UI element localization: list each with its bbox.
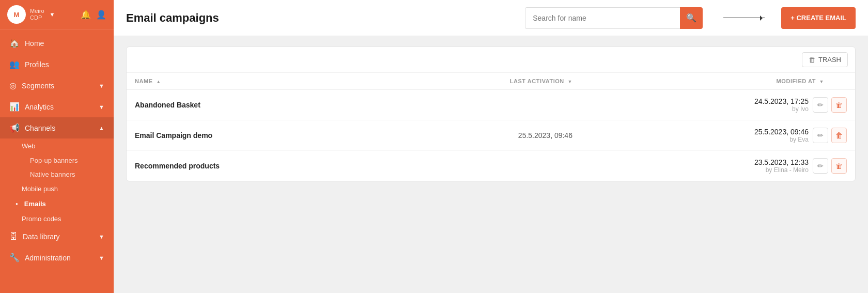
chevron-down-icon: ▼: [99, 255, 104, 261]
home-icon: 🏠: [9, 38, 20, 48]
delete-button[interactable]: 🗑: [831, 97, 847, 113]
sidebar-brand: Meiro CDP: [30, 8, 44, 21]
sidebar-item-administration[interactable]: 🔧 Administration ▼: [0, 247, 114, 268]
col-header-last-activation[interactable]: LAST ACTIVATION ▼: [381, 73, 581, 90]
create-email-button[interactable]: + CREATE EMAIL: [781, 7, 856, 29]
analytics-icon: 📊: [9, 102, 20, 112]
row-modified: 23.5.2023, 12:33 by Elina - Meiro ✏ 🗑: [581, 151, 855, 181]
sidebar-item-label: Home: [25, 39, 44, 48]
sidebar-sub-item-label: Promo codes: [22, 215, 61, 223]
col-header-name[interactable]: NAME ▲: [127, 73, 381, 90]
row-actions: ✏ 🗑: [813, 97, 847, 113]
sidebar-header-icons: 🔔 👤: [81, 10, 106, 20]
table-row: Email Campaign demo 25.5.2023, 09:46 25.…: [127, 120, 855, 151]
sidebar-logo: M: [7, 5, 26, 24]
col-header-modified-at[interactable]: MODIFIED AT ▼: [581, 73, 855, 90]
trash-icon: 🗑: [809, 56, 815, 64]
row-name: Recommended products: [127, 151, 381, 181]
modified-date: 25.5.2023, 09:46: [754, 128, 809, 136]
sidebar-item-label: Administration: [25, 254, 71, 262]
row-actions: ✏ 🗑: [813, 128, 847, 143]
bell-icon[interactable]: 🔔: [81, 10, 91, 20]
sidebar-item-label: Segments: [22, 82, 54, 90]
sort-asc-icon: ▲: [156, 79, 161, 84]
sidebar-item-label: Analytics: [25, 103, 54, 111]
sort-desc-icon: ▼: [567, 79, 572, 84]
trash-button[interactable]: 🗑 TRASH: [802, 52, 848, 67]
chevron-down-icon: ▼: [99, 83, 104, 89]
brand-name: Meiro: [30, 8, 44, 14]
arrow-line: [723, 18, 765, 18]
sidebar-item-label: Channels: [25, 124, 55, 132]
edit-button[interactable]: ✏: [813, 97, 828, 113]
sidebar-sub-item-label: Pop-up banners: [30, 157, 78, 164]
card-toolbar: 🗑 TRASH: [127, 47, 855, 73]
segments-icon: ◎: [9, 81, 17, 90]
table-header-row: NAME ▲ LAST ACTIVATION ▼ MODIFIED AT ▼: [127, 73, 855, 90]
email-campaigns-table: NAME ▲ LAST ACTIVATION ▼ MODIFIED AT ▼: [127, 73, 855, 181]
sidebar-item-channels[interactable]: 📢 Channels ▲: [0, 117, 114, 138]
modified-by: by Eva: [754, 136, 809, 143]
chevron-down-icon: ▼: [99, 234, 104, 240]
sidebar-sub-item-popup-banners[interactable]: Pop-up banners: [0, 153, 114, 167]
row-name: Abandoned Basket: [127, 90, 381, 120]
administration-icon: 🔧: [9, 253, 20, 263]
row-last-activation: [381, 90, 581, 120]
modified-by: by Ivo: [754, 105, 809, 113]
table-row: Abandoned Basket 24.5.2023, 17:25 by Ivo…: [127, 90, 855, 120]
search-button[interactable]: 🔍: [680, 7, 703, 29]
sidebar-sub-item-emails[interactable]: Emails: [0, 196, 114, 211]
edit-button[interactable]: ✏: [813, 128, 828, 143]
chevron-down-icon: ▼: [99, 104, 104, 110]
table-row: Recommended products 23.5.2023, 12:33 by…: [127, 151, 855, 181]
sidebar-navigation: 🏠 Home 👥 Profiles ◎ Segments ▼ 📊 Analyti…: [0, 29, 114, 293]
sidebar-sub-item-mobile-push[interactable]: Mobile push: [0, 181, 114, 196]
sidebar-item-analytics[interactable]: 📊 Analytics ▼: [0, 96, 114, 117]
modified-date: 24.5.2023, 17:25: [754, 97, 809, 105]
sidebar-sub-item-web[interactable]: Web: [0, 138, 114, 153]
sidebar-item-label: Data library: [23, 233, 60, 241]
sidebar-item-label: Profiles: [25, 60, 49, 69]
page-title: Email campaigns: [126, 11, 219, 25]
brand-sub: CDP: [30, 14, 44, 21]
sidebar: M Meiro CDP ▼ 🔔 👤 🏠 Home 👥 Profiles ◎ Se…: [0, 0, 114, 293]
chevron-up-icon: ▲: [99, 125, 104, 131]
profiles-icon: 👥: [9, 59, 20, 69]
row-last-activation: [381, 151, 581, 181]
modified-by: by Elina - Meiro: [754, 166, 809, 174]
content-area: 🗑 TRASH NAME ▲ LAST ACTIVATION ▼: [114, 36, 868, 293]
sidebar-header: M Meiro CDP ▼ 🔔 👤: [0, 0, 114, 29]
sort-desc-icon: ▼: [819, 79, 824, 84]
row-last-activation: 25.5.2023, 09:46: [381, 120, 581, 151]
email-campaigns-card: 🗑 TRASH NAME ▲ LAST ACTIVATION ▼: [126, 47, 856, 181]
sidebar-sub-item-label: Native banners: [30, 171, 75, 178]
row-actions: ✏ 🗑: [813, 158, 847, 174]
sidebar-sub-item-label: Mobile push: [22, 185, 58, 193]
sidebar-sub-item-native-banners[interactable]: Native banners: [0, 167, 114, 181]
search-wrap: 🔍: [525, 7, 703, 29]
data-library-icon: 🗄: [9, 232, 18, 241]
modified-date: 23.5.2023, 12:33: [754, 158, 809, 166]
row-name: Email Campaign demo: [127, 120, 381, 151]
sidebar-item-segments[interactable]: ◎ Segments ▼: [0, 75, 114, 96]
main-content: Email campaigns 🔍 + CREATE EMAIL 🗑 TRASH: [114, 0, 868, 293]
delete-button[interactable]: 🗑: [831, 158, 847, 174]
row-modified: 24.5.2023, 17:25 by Ivo ✏ 🗑: [581, 90, 855, 120]
sidebar-sub-item-promo-codes[interactable]: Promo codes: [0, 211, 114, 226]
arrow-divider: [723, 18, 765, 18]
sidebar-item-home[interactable]: 🏠 Home: [0, 33, 114, 54]
user-circle-icon[interactable]: 👤: [96, 10, 106, 20]
delete-button[interactable]: 🗑: [831, 128, 847, 143]
search-input[interactable]: [525, 7, 680, 29]
sidebar-item-profiles[interactable]: 👥 Profiles: [0, 54, 114, 75]
row-modified: 25.5.2023, 09:46 by Eva ✏ 🗑: [581, 120, 855, 151]
search-icon: 🔍: [686, 13, 696, 23]
sidebar-sub-item-label: Web: [22, 142, 36, 150]
edit-button[interactable]: ✏: [813, 158, 828, 174]
channels-icon: 📢: [9, 123, 20, 133]
sidebar-sub-item-label: Emails: [24, 200, 46, 208]
trash-label: TRASH: [818, 56, 841, 64]
brand-dropdown-icon[interactable]: ▼: [50, 11, 55, 18]
topbar: Email campaigns 🔍 + CREATE EMAIL: [114, 0, 868, 36]
sidebar-item-data-library[interactable]: 🗄 Data library ▼: [0, 226, 114, 247]
